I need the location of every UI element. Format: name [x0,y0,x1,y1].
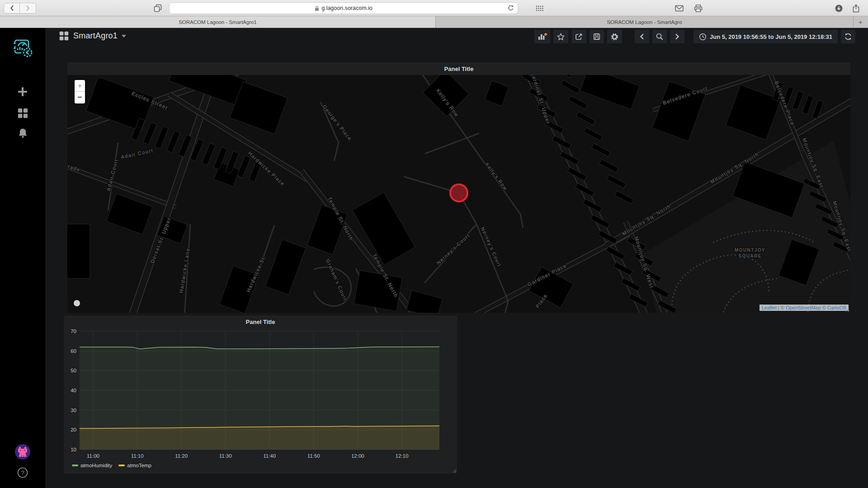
attribution-separator: | [777,305,781,310]
bell-icon [17,127,28,139]
sidebar: ? [0,28,45,488]
save-button[interactable] [590,30,604,43]
lagoon-logo[interactable] [0,36,45,59]
grid-dots-icon [536,5,543,11]
star-icon [557,33,565,41]
chevron-left-icon [9,5,14,12]
osm-link[interactable]: © OpenStreetMap [781,305,821,310]
sidebar-item-dashboards[interactable] [0,108,45,119]
zoom-in-button[interactable]: + [75,80,85,92]
downloads-button[interactable] [831,2,846,14]
sidebar-item-create[interactable] [0,86,45,98]
dashboard-navbar: SmartAgro1 [45,28,868,46]
settings-button[interactable] [607,30,622,43]
back-button[interactable] [4,3,20,14]
dashboards-grid-icon [17,108,28,119]
graph-panel: Panel Title 11:0011:1011:2011:3011:4011:… [64,315,457,474]
svg-text:11:30: 11:30 [219,453,232,459]
share-icon [852,4,860,13]
svg-text:11:50: 11:50 [307,453,320,459]
printer-icon [694,5,703,12]
svg-text:11:20: 11:20 [175,453,188,459]
tab-title: SORACOM Lagoon - SmartAgro [607,19,682,25]
new-tab-button[interactable]: + [854,16,868,28]
url-text: g.lagoon.soracom.io [321,5,373,11]
dashboard-title[interactable]: SmartAgro1 [73,31,118,41]
forward-button[interactable] [20,3,36,14]
add-panel-button[interactable] [534,30,550,43]
caret-down-icon [122,35,126,38]
time-range-picker[interactable]: Jun 5, 2019 10:56:55 to Jun 5, 2019 12:1… [693,30,838,43]
svg-text:60: 60 [71,348,76,354]
save-icon [593,33,601,41]
browser-tab-bar: SORACOM Lagoon - SmartAgro1 SORACOM Lago… [0,16,868,28]
extensions-button[interactable] [532,2,547,14]
envelope-icon [675,5,684,12]
refresh-button[interactable] [841,30,855,43]
tab-overview-icon [154,4,162,12]
user-avatar[interactable] [0,444,45,460]
legend-item[interactable]: atmoHumidity [72,463,112,468]
svg-text:MOUNTJOY: MOUNTJOY [735,248,765,253]
question-icon: ? [17,467,28,478]
svg-text:70: 70 [71,328,76,334]
svg-text:SQUARE: SQUARE [738,253,761,258]
map-attribution: Leaflet | © OpenStreetMap © CartoDB [760,305,849,311]
map-marker[interactable] [450,184,467,202]
chevron-right-icon [25,5,30,12]
share-button[interactable] [848,2,863,14]
carto-link[interactable]: © CartoDB [821,305,846,310]
lagoon-logo-icon [11,36,34,59]
address-bar[interactable]: g.lagoon.soracom.io [169,2,518,14]
add-panel-icon [538,32,547,41]
plus-icon [17,86,28,98]
dashboard-picker-icon[interactable] [59,31,69,41]
map-canvas[interactable]: Eccles StreetGeorge's PlaceAdair CourtAd… [67,75,850,313]
browser-tab-inactive[interactable]: SORACOM Lagoon - SmartAgro [436,16,854,28]
share-dashboard-icon [575,33,583,41]
legend-color-chip [72,465,78,466]
timeseries-chart[interactable]: 11:0011:1011:2011:3011:4011:5012:0012:10… [64,328,457,474]
svg-text:11:00: 11:00 [87,453,99,459]
star-button[interactable] [553,30,568,43]
svg-text:40: 40 [71,388,76,393]
map-panel-title[interactable]: Panel Title [67,62,850,75]
svg-text:12:00: 12:00 [351,453,364,459]
screen: g.lagoon.soracom.io [0,0,868,488]
download-icon [835,4,843,13]
map-panel: Panel Title [67,62,850,313]
refresh-icon [844,33,852,41]
lock-icon [315,5,319,11]
legend-label: atmoHumidity [80,463,112,468]
graph-panel-title[interactable]: Panel Title [64,315,457,328]
browser-toolbar: g.lagoon.soracom.io [0,0,868,16]
legend-color-chip [118,465,125,466]
time-range-text: Jun 5, 2019 10:56:55 to Jun 5, 2019 12:1… [710,33,832,40]
legend-label: atmoTemp [127,463,151,468]
sidebar-item-alerting[interactable] [0,127,45,139]
mail-button[interactable] [671,2,687,14]
gear-icon [610,33,619,41]
leaflet-link[interactable]: Leaflet [762,305,777,310]
legend-item[interactable]: atmoTemp [118,463,151,468]
clock-icon [699,33,707,41]
avatar-icon [14,444,31,460]
tab-title: SORACOM Lagoon - SmartAgro1 [179,19,257,25]
svg-text:20: 20 [71,427,76,432]
map-zoom-control: + − [74,79,86,104]
zoom-out-button-map[interactable]: − [75,92,85,103]
svg-text:30: 30 [71,408,76,413]
time-back-button[interactable] [635,30,649,43]
browser-tab-active[interactable]: SORACOM Lagoon - SmartAgro1 [0,16,436,28]
time-forward-button[interactable] [670,30,684,43]
zoom-out-button[interactable] [652,30,667,43]
layers-control[interactable] [74,300,80,306]
help-button[interactable]: ? [0,467,45,478]
reload-icon[interactable] [507,5,514,12]
print-button[interactable] [690,2,706,14]
tab-overview-button[interactable] [150,2,165,14]
svg-text:?: ? [21,469,24,476]
share-dashboard-button[interactable] [571,30,586,43]
grafana-app: ? SmartAgro1 [0,28,868,488]
svg-text:11:10: 11:10 [131,453,144,459]
